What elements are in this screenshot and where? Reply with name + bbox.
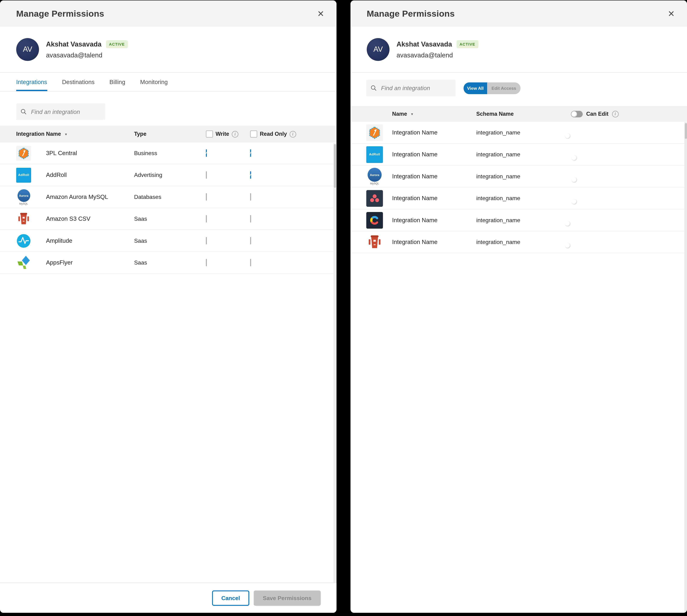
search-box bbox=[366, 80, 456, 96]
read-only-checkbox[interactable] bbox=[250, 237, 251, 244]
status-badge: ACTIVE bbox=[106, 40, 128, 48]
table-row: AdRoll Integration Name integration_name bbox=[350, 144, 687, 166]
search-input[interactable] bbox=[30, 108, 101, 115]
tab-monitoring[interactable]: Monitoring bbox=[140, 73, 168, 91]
table-row: Aurora MySQL Amazon Aurora MySQL Databas… bbox=[0, 186, 337, 208]
tab-destinations[interactable]: Destinations bbox=[62, 73, 95, 91]
integration-name: Amazon Aurora MySQL bbox=[46, 194, 108, 200]
integration-type: Saas bbox=[134, 216, 206, 222]
integration-type: Business bbox=[134, 150, 206, 156]
amplitude-icon bbox=[16, 233, 31, 248]
read-only-select-all-checkbox[interactable] bbox=[250, 131, 257, 137]
column-name[interactable]: Name bbox=[392, 111, 407, 117]
sort-desc-icon[interactable]: ▼ bbox=[411, 112, 414, 115]
column-schema-name: Schema Name bbox=[476, 111, 571, 117]
tab-bar: Integrations Destinations Billing Monito… bbox=[0, 72, 337, 92]
search-input[interactable] bbox=[380, 84, 451, 92]
manage-permissions-modal-left: Manage Permissions ✕ AV Akshat Vasavada … bbox=[0, 0, 337, 613]
edit-access-button[interactable]: Edit Access bbox=[487, 82, 521, 94]
adroll-icon: AdRoll bbox=[366, 146, 383, 163]
sort-desc-icon[interactable]: ▼ bbox=[64, 133, 67, 136]
table-row: Aurora MySQL Integration Name integratio… bbox=[350, 166, 687, 188]
appsflyer-icon bbox=[16, 255, 31, 270]
column-can-edit: Can Edit bbox=[586, 111, 608, 117]
write-checkbox[interactable] bbox=[206, 193, 207, 201]
integration-name: AddRoll bbox=[46, 172, 67, 178]
amazon-aurora-mysql-icon: Aurora MySQL bbox=[16, 189, 31, 205]
user-name: Akshat Vasavada bbox=[396, 40, 452, 48]
table-row: 3PL Central Business bbox=[0, 142, 337, 164]
user-summary: AV Akshat Vasavada ACTIVE avasavada@tale… bbox=[0, 27, 337, 72]
user-email: avasavada@talend bbox=[46, 51, 128, 59]
info-icon[interactable]: i bbox=[612, 111, 619, 117]
read-only-checkbox[interactable] bbox=[250, 149, 251, 157]
adroll-icon: AdRoll bbox=[16, 168, 31, 182]
avatar: AV bbox=[367, 38, 389, 61]
amazon-s3-csv-icon bbox=[366, 234, 383, 250]
write-checkbox[interactable] bbox=[206, 215, 207, 222]
info-icon[interactable]: i bbox=[289, 131, 296, 137]
schema-name: integration_name bbox=[476, 217, 571, 223]
user-name: Akshat Vasavada bbox=[46, 40, 102, 48]
write-checkbox[interactable] bbox=[206, 259, 207, 266]
close-icon[interactable]: ✕ bbox=[668, 9, 675, 18]
search-icon bbox=[371, 85, 377, 92]
can-edit-all-toggle[interactable] bbox=[571, 111, 583, 117]
read-only-checkbox[interactable] bbox=[250, 171, 251, 179]
read-only-checkbox[interactable] bbox=[250, 259, 251, 266]
table-row: AppsFlyer Saas bbox=[0, 252, 337, 274]
read-only-checkbox[interactable] bbox=[250, 193, 251, 201]
write-checkbox[interactable] bbox=[206, 149, 207, 157]
tab-integrations[interactable]: Integrations bbox=[16, 73, 47, 91]
integration-type: Saas bbox=[134, 237, 206, 244]
info-icon[interactable]: i bbox=[232, 131, 238, 137]
integration-name: Integration Name bbox=[392, 129, 476, 136]
table-row: Integration Name integration_name bbox=[350, 188, 687, 209]
3pl-central-icon bbox=[16, 146, 31, 160]
avatar: AV bbox=[16, 38, 39, 61]
manage-permissions-screens: Manage Permissions ✕ AV Akshat Vasavada … bbox=[0, 0, 687, 616]
cancel-button[interactable]: Cancel bbox=[212, 590, 249, 606]
user-summary: AV Akshat Vasavada ACTIVE avasavada@tale… bbox=[350, 27, 687, 72]
schema-name: integration_name bbox=[476, 195, 571, 202]
integration-name: Integration Name bbox=[392, 151, 476, 158]
write-checkbox[interactable] bbox=[206, 237, 207, 244]
view-all-button[interactable]: View All bbox=[464, 82, 487, 94]
asana-icon bbox=[366, 190, 383, 206]
modal-title: Manage Permissions bbox=[16, 8, 104, 19]
close-icon[interactable]: ✕ bbox=[317, 9, 324, 18]
modal-title: Manage Permissions bbox=[367, 8, 455, 19]
scrollbar-thumb[interactable] bbox=[334, 144, 336, 188]
integration-name: Integration Name bbox=[392, 217, 476, 223]
integration-type: Advertising bbox=[134, 172, 206, 178]
amazon-s3-csv-icon bbox=[16, 212, 31, 226]
integration-name: Integration Name bbox=[392, 239, 476, 245]
table-row: AdRoll AddRoll Advertising bbox=[0, 164, 337, 186]
integration-name: Integration Name bbox=[392, 195, 476, 202]
integration-name: AppsFlyer bbox=[46, 259, 73, 266]
integration-name: Integration Name bbox=[392, 173, 476, 180]
tab-billing[interactable]: Billing bbox=[109, 73, 125, 91]
write-checkbox[interactable] bbox=[206, 171, 207, 179]
table-header: Name ▼ Schema Name Can Edit i bbox=[350, 106, 687, 122]
column-integration-name[interactable]: Integration Name bbox=[16, 131, 61, 137]
scrollbar-thumb[interactable] bbox=[685, 123, 687, 139]
schema-name: integration_name bbox=[476, 129, 571, 136]
scrollbar-track bbox=[684, 122, 687, 613]
table-row: Integration Name integration_name bbox=[350, 210, 687, 231]
write-select-all-checkbox[interactable] bbox=[206, 131, 213, 137]
amazon-aurora-mysql-icon: Aurora MySQL bbox=[366, 168, 383, 185]
schema-name: integration_name bbox=[476, 239, 571, 245]
integration-type: Databases bbox=[134, 194, 206, 200]
read-only-checkbox[interactable] bbox=[250, 215, 251, 222]
modal-footer: Cancel Save Permissions bbox=[0, 582, 337, 613]
integration-name: 3PL Central bbox=[46, 150, 77, 156]
column-read-only: Read Only bbox=[260, 131, 287, 137]
manage-permissions-modal-right: Manage Permissions ✕ AV Akshat Vasavada … bbox=[350, 0, 687, 613]
search-icon bbox=[21, 108, 27, 115]
status-badge: ACTIVE bbox=[456, 40, 478, 48]
save-permissions-button[interactable]: Save Permissions bbox=[254, 590, 321, 606]
column-write: Write bbox=[216, 131, 229, 137]
table-header: Integration Name ▼ Type Write i Read Onl… bbox=[0, 126, 337, 142]
schema-name: integration_name bbox=[476, 151, 571, 158]
